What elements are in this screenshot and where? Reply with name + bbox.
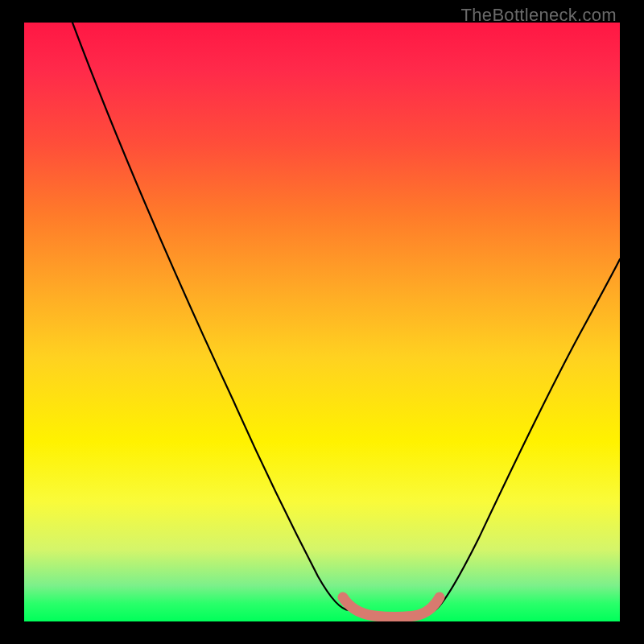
curve-left [72,23,349,610]
plot-area [24,23,620,621]
valley-floor [343,597,440,617]
chart-svg [24,23,620,621]
curve-right [435,259,620,610]
chart-container: TheBottleneck.com [0,0,644,644]
